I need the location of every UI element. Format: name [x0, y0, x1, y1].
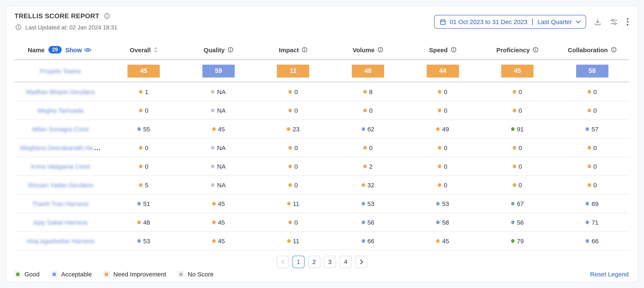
legend-label: Need Improvement: [114, 270, 166, 278]
score-cell: NA: [181, 163, 256, 170]
score-value: 0: [518, 144, 522, 151]
score-cell: 67: [480, 200, 555, 207]
score-value: 11: [293, 200, 299, 207]
status-dot: [436, 127, 440, 131]
reset-legend-link[interactable]: Reset Legend: [590, 270, 629, 278]
score-badge: 59: [202, 65, 235, 77]
name-link[interactable]: Viraj Agashettar Harness: [26, 237, 94, 244]
status-dot: [436, 239, 440, 243]
name-link[interactable]: Propels Teams: [40, 67, 81, 74]
score-cell: 55: [106, 125, 181, 132]
prev-page-button[interactable]: [276, 256, 289, 268]
score-cell: 53: [330, 200, 405, 207]
status-dot: [588, 146, 591, 149]
score-cell: 51: [106, 200, 181, 207]
kebab-menu-button[interactable]: [626, 17, 630, 27]
name-cell: Krina Vadgama Crest: [14, 163, 106, 170]
column-header-volume: Volume: [330, 46, 405, 53]
score-value: 0: [518, 107, 522, 114]
score-cell: 0: [555, 181, 630, 188]
score-cell: 23: [256, 125, 330, 132]
score-cell: 53: [106, 237, 181, 244]
table-header-row: Name 29 Show OverallQualityImpactVolumeS…: [14, 40, 630, 60]
score-cell: 45: [181, 200, 256, 207]
column-header-speed: Speed: [406, 46, 480, 53]
name-link[interactable]: Thanh Tran Harness: [32, 200, 89, 207]
sort-icon[interactable]: [154, 46, 158, 53]
table-row: Thanh Tran Harness51451153536769: [14, 194, 630, 213]
status-dot: [211, 146, 214, 149]
status-dot: [139, 90, 142, 93]
last-updated-info-icon[interactable]: [14, 23, 22, 31]
status-dot: [362, 239, 365, 243]
name-cell: Madhav Bhasin Devdans: [14, 88, 106, 95]
score-value: 45: [442, 237, 449, 244]
name-cell: Milan Sonagra Crest: [14, 125, 106, 132]
legend-item-acceptable[interactable]: Acceptable: [51, 270, 92, 278]
page-button-1[interactable]: 1: [292, 256, 304, 268]
score-value: 53: [143, 237, 150, 244]
name-link[interactable]: Ajay Sakat Harness: [33, 219, 88, 226]
title-info-icon[interactable]: [103, 12, 111, 20]
date-range-picker[interactable]: 01 Oct 2023 to 31 Dec 2023 | Last Quarte…: [434, 15, 586, 29]
legend-item-need-improvement[interactable]: Need Improvement: [104, 270, 166, 278]
download-button[interactable]: [593, 17, 602, 26]
score-cell: 0: [256, 163, 330, 170]
info-icon[interactable]: [611, 47, 616, 53]
column-label: Speed: [429, 46, 448, 53]
legend-item-good[interactable]: Good: [14, 270, 40, 278]
score-cell: 0: [330, 107, 405, 114]
info-icon[interactable]: [450, 47, 456, 53]
name-link[interactable]: Meghana Deerakanath Ha: [20, 144, 93, 151]
name-link[interactable]: Milan Sonagra Crest: [32, 125, 88, 132]
filter-settings-button[interactable]: [609, 17, 619, 26]
name-cell: Ajay Sakat Harness: [14, 219, 106, 226]
table-row: Madhav Bhasin Devdans1NA08000: [14, 83, 630, 101]
status-dot: [438, 108, 442, 112]
status-dot: [438, 146, 442, 149]
name-link[interactable]: Krina Vadgama Crest: [31, 163, 90, 170]
score-cell: 0: [106, 144, 181, 151]
score-value: 53: [367, 200, 374, 207]
info-icon[interactable]: [302, 47, 308, 53]
score-cell: 32: [330, 181, 405, 188]
info-icon[interactable]: [378, 47, 383, 53]
status-dot: [511, 202, 514, 205]
show-names-button[interactable]: Show: [66, 46, 92, 53]
truncation-ellipsis: ...: [94, 144, 100, 151]
name-link[interactable]: Megha Tamvada: [38, 107, 83, 114]
column-label: Collaboration: [568, 46, 608, 53]
score-value: 0: [145, 144, 148, 151]
name-link[interactable]: Shivam Yadav Devdans: [28, 181, 93, 188]
info-icon[interactable]: [533, 47, 538, 53]
status-dot: [287, 239, 290, 243]
score-value: 0: [145, 107, 148, 114]
score-cell: 66: [555, 237, 630, 244]
next-page-button[interactable]: [355, 256, 368, 268]
name-cell: Meghana Deerakanath Ha...: [14, 144, 106, 151]
status-dot: [289, 146, 292, 149]
status-dot: [212, 220, 216, 224]
score-value: 0: [593, 181, 597, 188]
status-dot: [362, 183, 365, 187]
score-cell: 49: [406, 125, 480, 132]
status-dot: [211, 90, 214, 93]
legend-item-no-score[interactable]: No Score: [178, 270, 214, 278]
score-value: 1: [145, 88, 148, 95]
score-value: 23: [292, 125, 300, 132]
name-link[interactable]: Madhav Bhasin Devdans: [26, 88, 95, 95]
page-button-3[interactable]: 3: [324, 256, 336, 268]
score-cell: 58: [406, 219, 480, 226]
score-cell: 57: [555, 125, 630, 132]
score-cell: 0: [406, 107, 480, 114]
status-dot: [289, 183, 292, 187]
page-button-4[interactable]: 4: [340, 256, 352, 268]
page-button-2[interactable]: 2: [308, 256, 320, 268]
status-dot: [211, 164, 214, 168]
score-cell: 56: [480, 219, 555, 226]
info-icon[interactable]: [228, 47, 234, 53]
score-cell: NA: [181, 107, 256, 114]
score-cell: 0: [406, 144, 480, 151]
score-cell: NA: [181, 144, 256, 151]
date-divider: |: [531, 17, 534, 26]
